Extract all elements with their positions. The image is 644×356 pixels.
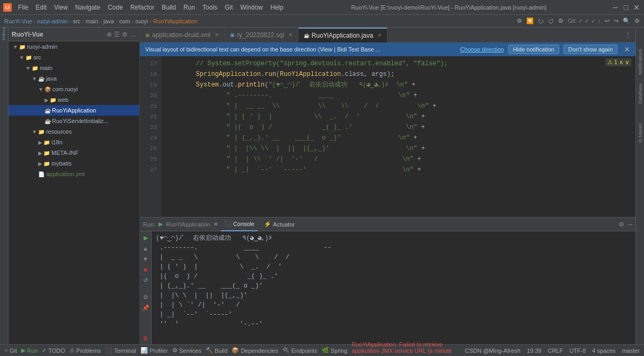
tree-item-app-yml[interactable]: 📄 application.yml	[8, 169, 139, 179]
breadcrumb-icon-6[interactable]: ↩	[605, 18, 610, 24]
tree-item-com-ruoyi[interactable]: ▼ 📦 com.ruoyi	[8, 84, 139, 94]
run-status[interactable]: ▶ Run	[21, 347, 38, 354]
database-tab[interactable]: Database	[638, 83, 643, 104]
menu-edit[interactable]: Edit	[32, 3, 50, 12]
breadcrumb-main[interactable]: main	[86, 18, 99, 24]
code-line-23: " |( o ) / _( )_ .' \n" +	[165, 122, 631, 133]
problems-status[interactable]: ⚠ Problems	[69, 347, 101, 354]
breadcrumb-icon-4[interactable]: ⭯	[548, 18, 554, 24]
tab-close-0[interactable]: ✕	[215, 32, 219, 38]
menu-window[interactable]: Window	[237, 3, 266, 12]
spring-status[interactable]: 🌿 Spring	[322, 347, 348, 354]
breadcrumb-icon-2[interactable]: 🔽	[526, 18, 534, 24]
todo-status[interactable]: ✓ TODO	[42, 347, 65, 354]
run-minimize-icon[interactable]: ─	[628, 221, 632, 228]
services-status[interactable]: ⚙ Services	[172, 347, 201, 354]
breadcrumb-ruoyi[interactable]: ruoyi	[135, 18, 148, 24]
breadcrumb-icon-3[interactable]: ⭮	[538, 18, 544, 24]
panel-icon-collapse[interactable]: ☰	[114, 31, 120, 38]
panel-icon-settings[interactable]: ⚙	[122, 31, 128, 38]
console-line-8: | _| `--' `-----'	[156, 310, 631, 319]
tab-close-2[interactable]: ✕	[377, 32, 382, 38]
menu-file[interactable]: File	[15, 3, 31, 12]
breadcrumb-class[interactable]: RuoYiApplication	[153, 18, 197, 24]
status-bar: ⑂ Git ▶ Run ✓ TODO ⚠ Problems ⬛ Terminal…	[0, 344, 644, 356]
choose-direction-link[interactable]: Choose direction	[460, 46, 504, 53]
menu-run[interactable]: Run	[180, 3, 198, 12]
run-pin-icon[interactable]: 📌	[142, 303, 150, 312]
close-button[interactable]: ✕	[632, 3, 641, 12]
tab-sql[interactable]: ▣ ry_20220822.sql ✕	[225, 28, 298, 42]
breadcrumb-module[interactable]: ruoyi-admin	[37, 18, 67, 24]
notification-close-icon[interactable]: ✕	[624, 45, 630, 54]
git-status[interactable]: ⑂ Git	[4, 348, 17, 354]
breadcrumb-icon-7[interactable]: ↪	[614, 18, 619, 24]
endpoints-status[interactable]: 🔌 Endpoints	[283, 347, 317, 354]
build-status[interactable]: 🔨 Build	[206, 347, 227, 354]
settings-icon[interactable]: ⚙	[634, 18, 640, 24]
search-icon[interactable]: 🔍	[623, 18, 630, 24]
tree-item-meta-inf[interactable]: ▶ 📁 META-INF	[8, 147, 139, 158]
menu-code[interactable]: Code	[104, 3, 126, 12]
tree-item-i18n[interactable]: ▶ 📁 i18n	[8, 137, 139, 147]
run-tab-console[interactable]: ⬛ Console	[221, 218, 258, 231]
tab-app-druid[interactable]: ▣ application-druid.xml ✕	[140, 28, 225, 42]
indent-indicator[interactable]: 4 spaces	[592, 348, 615, 354]
branch-indicator[interactable]: master	[622, 348, 640, 354]
tree-item-ruoyiapp[interactable]: ☕ RuoYiApplication	[8, 105, 139, 116]
project-panel: RuoYi-Vue ⊕ ☰ ⚙ … ▼ 📁 ruoyi-admin ▼ 📁 sr…	[8, 28, 140, 344]
crlf-indicator[interactable]: CRLF	[548, 348, 563, 354]
run-tab-actuator[interactable]: ⚡ Actuator	[261, 218, 298, 231]
hide-notification-button[interactable]: Hide notification	[508, 45, 559, 54]
tab-ruoyi-app[interactable]: ☕ RuoYiApplication.java ✕	[298, 28, 387, 42]
run-settings2-icon[interactable]: ⚙	[142, 293, 150, 301]
tabs-overflow[interactable]: ⋮	[621, 31, 636, 39]
code-content[interactable]: // System.setProperty("spring.devtools.r…	[161, 56, 636, 217]
tree-item-java[interactable]: ▼ ☕ java	[8, 73, 139, 84]
menu-git[interactable]: Git	[222, 3, 236, 12]
breadcrumb-app[interactable]: RuoYi-Vue	[4, 18, 32, 24]
run-rerun-icon[interactable]: ↺	[142, 276, 150, 284]
run-up-icon[interactable]: ▲	[142, 244, 150, 253]
breadcrumb-src[interactable]: src	[73, 18, 81, 24]
run-stop-icon[interactable]: ■	[142, 265, 150, 274]
breadcrumb-com[interactable]: com	[119, 18, 130, 24]
menu-refactor[interactable]: Refactor	[127, 3, 157, 12]
tab-close-1[interactable]: ✕	[288, 32, 293, 38]
menu-build[interactable]: Build	[158, 3, 179, 12]
notifications-tab[interactable]: Notifications	[638, 49, 643, 75]
tree-item-ruoyi-admin[interactable]: ▼ 📁 ruoyi-admin	[8, 41, 139, 52]
tree-item-mybatis[interactable]: ▶ 📁 mybatis	[8, 158, 139, 169]
run-restart-icon[interactable]: ▶	[142, 233, 150, 242]
console-output: (♥◠‿◠)ﾉﾞ 右依启动成功 ٩(◕‿◕｡)۶ .--------. ____…	[152, 231, 636, 344]
breadcrumb-icon-1[interactable]: ⚙	[517, 18, 522, 24]
menu-tools[interactable]: Tools	[199, 3, 220, 12]
terminal-status[interactable]: ⬛ Terminal	[105, 347, 136, 354]
project-icon[interactable]: Project	[1, 30, 8, 37]
run-left-toolbar: ▶ ▲ ▼ ■ ↺ ⚙ 📌 🗑	[140, 231, 152, 344]
tree-item-main[interactable]: ▼ 📁 main	[8, 63, 139, 73]
minimize-button[interactable]: ─	[611, 3, 620, 12]
tree-item-resources[interactable]: ▼ 📁 resources	[8, 126, 139, 137]
dont-show-again-button[interactable]: Don't show again	[563, 45, 617, 54]
run-down-icon[interactable]: ▼	[142, 255, 150, 263]
tree-item-web[interactable]: ▶ 📁 web	[8, 94, 139, 105]
profiler-status[interactable]: 📊 Profiler	[140, 347, 168, 354]
menu-view[interactable]: View	[51, 3, 71, 12]
panel-icon-locate[interactable]: ⊕	[107, 31, 112, 38]
breadcrumb-java[interactable]: java	[103, 18, 114, 24]
run-settings-icon[interactable]: ⚙	[619, 221, 624, 228]
encoding-indicator[interactable]: UTF-8	[569, 348, 586, 354]
maven-tab[interactable]: m Maven	[638, 123, 643, 143]
menu-help[interactable]: Help	[267, 3, 287, 12]
tree-label: resources	[46, 128, 72, 135]
panel-header: RuoYi-Vue ⊕ ☰ ⚙ …	[8, 28, 139, 41]
maximize-button[interactable]: □	[622, 3, 630, 12]
breadcrumb-icon-5[interactable]: ⚙	[558, 18, 563, 24]
tree-item-servlet[interactable]: ☕ RuoYiServletInitializ...	[8, 116, 139, 126]
panel-icon-more[interactable]: …	[130, 31, 136, 38]
run-tab-close[interactable]: ✕	[214, 221, 218, 227]
menu-navigate[interactable]: Navigate	[72, 3, 103, 12]
dependencies-status[interactable]: 📦 Dependencies	[232, 347, 278, 354]
tree-item-src[interactable]: ▼ 📁 src	[8, 52, 139, 63]
